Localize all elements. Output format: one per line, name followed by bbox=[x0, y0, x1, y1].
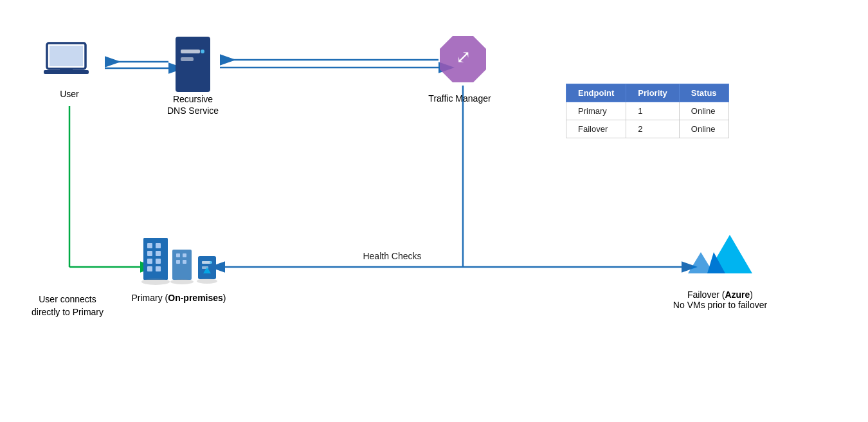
svg-rect-20 bbox=[181, 50, 200, 53]
arrows-svg bbox=[0, 0, 868, 422]
svg-rect-40 bbox=[183, 260, 186, 264]
svg-rect-30 bbox=[156, 251, 161, 256]
table-row: Failover 2 Online bbox=[566, 120, 729, 138]
table-cell-endpoint: Failover bbox=[566, 120, 626, 138]
svg-rect-33 bbox=[147, 266, 152, 271]
table-cell-status: Online bbox=[679, 102, 728, 120]
svg-rect-39 bbox=[176, 260, 180, 264]
svg-rect-29 bbox=[147, 251, 152, 256]
svg-rect-38 bbox=[183, 253, 186, 257]
svg-marker-50 bbox=[688, 252, 714, 273]
table-cell-status: Online bbox=[679, 120, 728, 138]
svg-point-45 bbox=[210, 261, 212, 264]
dns-label: Recursive DNS Service bbox=[154, 93, 231, 116]
svg-text:⤢: ⤢ bbox=[456, 47, 471, 67]
svg-rect-28 bbox=[156, 243, 161, 248]
diagram-container: User Recursive DNS Service ⤢ Traffic Man… bbox=[0, 0, 868, 422]
user-icon bbox=[44, 40, 95, 85]
svg-point-35 bbox=[141, 279, 170, 285]
svg-rect-18 bbox=[60, 68, 73, 71]
svg-rect-34 bbox=[156, 266, 161, 271]
azure-label: Failover (Azure) No VMs prior to failove… bbox=[649, 289, 791, 310]
on-premises-icon bbox=[140, 232, 224, 289]
svg-point-22 bbox=[201, 50, 204, 53]
svg-rect-19 bbox=[176, 37, 210, 92]
table-header-endpoint: Endpoint bbox=[566, 84, 626, 102]
traffic-manager-label: Traffic Manager bbox=[399, 93, 521, 104]
table-header-status: Status bbox=[679, 84, 728, 102]
table-cell-priority: 2 bbox=[626, 120, 680, 138]
svg-point-46 bbox=[197, 279, 217, 284]
table-cell-endpoint: Primary bbox=[566, 102, 626, 120]
svg-rect-36 bbox=[172, 250, 192, 280]
svg-rect-31 bbox=[147, 259, 152, 264]
svg-rect-43 bbox=[202, 261, 211, 264]
user-connects-label: User connects directly to Primary bbox=[13, 293, 122, 318]
svg-point-41 bbox=[170, 279, 194, 284]
svg-rect-27 bbox=[147, 243, 152, 248]
table-row: Primary 1 Online bbox=[566, 102, 729, 120]
health-checks-label: Health Checks bbox=[328, 251, 457, 261]
user-label: User bbox=[44, 89, 95, 99]
svg-rect-32 bbox=[156, 259, 161, 264]
svg-rect-21 bbox=[181, 57, 194, 61]
azure-icon bbox=[682, 225, 759, 283]
priority-table: Endpoint Priority Status Primary 1 Onlin… bbox=[566, 84, 729, 138]
dns-icon bbox=[170, 35, 215, 87]
on-premises-label: Primary (On-premises) bbox=[114, 293, 243, 303]
table-header-priority: Priority bbox=[626, 84, 680, 102]
svg-rect-37 bbox=[176, 253, 180, 257]
svg-rect-16 bbox=[50, 46, 83, 66]
table-cell-priority: 1 bbox=[626, 102, 680, 120]
traffic-manager-icon: ⤢ bbox=[437, 33, 489, 85]
